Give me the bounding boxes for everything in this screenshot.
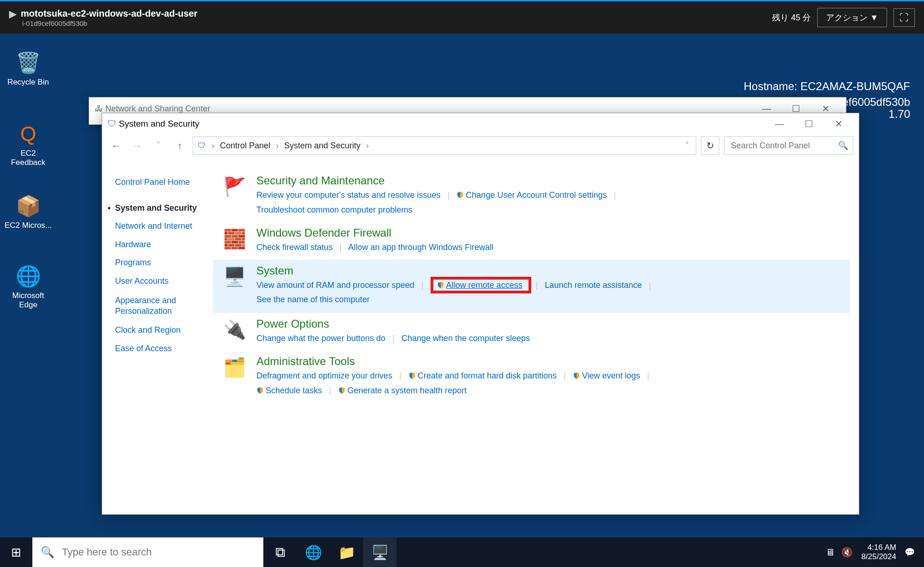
content-area: 🚩 Security and Maintenance Review your c…: [218, 160, 859, 514]
fullscreen-button[interactable]: ⛶: [894, 8, 915, 27]
sidebar-item-appearance[interactable]: Appearance and Personalization: [115, 291, 212, 322]
notifications-icon[interactable]: 💬: [905, 547, 915, 557]
play-icon: ▶: [9, 8, 16, 19]
uac-shield-icon: [456, 191, 464, 199]
category-power: 🔌 Power Options Change what the power bu…: [218, 313, 850, 351]
network-tray-icon[interactable]: 🖥: [826, 547, 835, 558]
link-troubleshoot[interactable]: Troubleshoot common computer problems: [256, 205, 412, 214]
sidebar-item-network[interactable]: Network and Internet: [115, 217, 212, 236]
sidebar-item-hardware[interactable]: Hardware: [115, 236, 212, 254]
computer-icon: 🖥️: [222, 264, 247, 289]
category-firewall: 🧱 Windows Defender Firewall Check firewa…: [218, 222, 850, 260]
firewall-icon: 🧱: [222, 226, 247, 251]
chevron-down-icon[interactable]: ˅: [683, 140, 691, 151]
shield-window-icon: 🛡: [108, 119, 116, 129]
volume-tray-icon[interactable]: 🔇: [841, 547, 853, 558]
category-title[interactable]: Security and Maintenance: [256, 174, 850, 187]
link-allow-app-firewall[interactable]: Allow an app through Windows Firewall: [348, 243, 493, 252]
breadcrumb-control-panel[interactable]: Control Panel: [220, 141, 270, 151]
sidebar-item-clock-region[interactable]: Clock and Region: [115, 321, 212, 340]
uac-shield-icon: [256, 387, 264, 394]
version-overlay: 1.70: [888, 106, 910, 122]
category-title[interactable]: Windows Defender Firewall: [256, 226, 850, 239]
category-admin-tools: 🗂️ Administrative Tools Defragment and o…: [218, 350, 850, 402]
link-allow-remote-access[interactable]: Allow remote access: [446, 280, 523, 290]
edge-taskbar-button[interactable]: 🌐: [297, 537, 330, 567]
chevron-right-icon: ›: [364, 141, 371, 151]
ec2-feedback-icon[interactable]: Q EC2 Feedback: [3, 121, 54, 167]
power-icon: 🔌: [222, 317, 247, 342]
sidebar-item-home[interactable]: Control Panel Home: [115, 173, 212, 192]
category-system: 🖥️ System View amount of RAM and process…: [213, 260, 850, 313]
ec2-micros-icon[interactable]: 📦 EC2 Micros...: [3, 193, 54, 230]
taskbar: ⊞ 🔍 Type here to search ⧉ 🌐 📁 🖥️ 🖥 🔇 4:1…: [0, 537, 924, 567]
link-power-buttons[interactable]: Change what the power buttons do: [256, 334, 385, 343]
microsoft-edge-icon[interactable]: 🌐 Microsoft Edge: [3, 263, 54, 310]
action-button[interactable]: アクション ▼: [817, 8, 887, 27]
window-title: System and Security: [119, 119, 199, 129]
category-title[interactable]: Power Options: [256, 317, 850, 330]
start-button[interactable]: ⊞: [0, 537, 32, 567]
link-computer-name[interactable]: See the name of this computer: [256, 295, 370, 304]
control-panel-icon: 🛡: [198, 141, 206, 151]
session-title: mototsuka-ec2-windows-ad-dev-ad-user: [21, 8, 197, 19]
link-view-ram[interactable]: View amount of RAM and processor speed: [256, 280, 414, 290]
instance-id: i-01d9cef6005df530b: [22, 19, 197, 27]
link-computer-sleeps[interactable]: Change when the computer sleeps: [401, 334, 530, 343]
uac-shield-icon: [408, 372, 416, 379]
link-uac-settings[interactable]: Change User Account Control settings: [466, 190, 607, 200]
category-title[interactable]: System: [256, 264, 850, 277]
category-security-maintenance: 🚩 Security and Maintenance Review your c…: [218, 170, 850, 222]
chevron-right-icon: ›: [210, 141, 216, 151]
sidebar-item-user-accounts[interactable]: User Accounts: [115, 272, 212, 291]
address-box[interactable]: 🛡 › Control Panel › System and Security …: [193, 136, 696, 155]
uac-shield-icon: [338, 387, 346, 394]
network-sharing-icon: 🖧: [95, 104, 103, 114]
uac-shield-icon: [437, 281, 444, 289]
up-button[interactable]: ↑: [171, 137, 188, 154]
maximize-button[interactable]: ☐: [794, 113, 824, 135]
link-review-status[interactable]: Review your computer's status and resolv…: [256, 190, 441, 200]
taskbar-search[interactable]: 🔍 Type here to search: [32, 537, 263, 567]
session-topbar: ▶ mototsuka-ec2-windows-ad-dev-ad-user i…: [0, 0, 924, 34]
taskbar-clock[interactable]: 4:16 AM 8/25/2024: [861, 543, 896, 562]
sidebar: Control Panel Home System and Security N…: [102, 160, 218, 514]
control-panel-taskbar-button[interactable]: 🖥️: [363, 537, 396, 567]
link-check-firewall[interactable]: Check firewall status: [256, 243, 333, 252]
sidebar-item-programs[interactable]: Programs: [115, 254, 212, 272]
link-launch-remote-assistance[interactable]: Launch remote assistance: [545, 280, 642, 290]
forward-button[interactable]: →: [129, 137, 146, 154]
link-format-partitions[interactable]: Create and format hard disk partitions: [418, 371, 557, 380]
search-placeholder: Type here to search: [62, 546, 152, 558]
sidebar-item-system-security[interactable]: System and Security: [115, 199, 212, 218]
system-security-window: 🛡 System and Security — ☐ ✕ ← → ˅ ↑ 🛡 › …: [102, 113, 859, 515]
link-system-health-report[interactable]: Generate a system health report: [347, 386, 467, 395]
network-sharing-title: Network and Sharing Center: [105, 104, 210, 114]
link-schedule-tasks[interactable]: Schedule tasks: [266, 386, 322, 395]
flag-icon: 🚩: [222, 174, 247, 199]
breadcrumb-system-security[interactable]: System and Security: [284, 141, 360, 151]
search-input[interactable]: [731, 141, 838, 151]
highlight-box: Allow remote access: [431, 277, 531, 293]
refresh-button[interactable]: ↻: [701, 136, 719, 155]
recycle-bin-icon[interactable]: 🗑️ Recycle Bin: [3, 50, 54, 87]
back-button[interactable]: ←: [108, 137, 124, 154]
link-event-logs[interactable]: View event logs: [582, 371, 640, 380]
minimize-button[interactable]: —: [765, 113, 794, 135]
file-explorer-button[interactable]: 📁: [330, 537, 363, 567]
uac-shield-icon: [573, 372, 580, 379]
search-box[interactable]: 🔍: [724, 136, 853, 155]
search-icon: 🔍: [41, 546, 55, 559]
remaining-time: 残り 45 分: [772, 12, 811, 23]
search-icon: 🔍: [838, 140, 848, 151]
chevron-right-icon: ›: [274, 141, 280, 151]
close-button[interactable]: ✕: [824, 113, 853, 135]
admin-tools-icon: 🗂️: [222, 355, 247, 380]
category-title[interactable]: Administrative Tools: [256, 355, 850, 368]
link-defragment[interactable]: Defragment and optimize your drives: [256, 371, 392, 380]
task-view-button[interactable]: ⧉: [263, 537, 297, 567]
recent-button[interactable]: ˅: [150, 137, 167, 154]
sidebar-item-ease-of-access[interactable]: Ease of Access: [115, 340, 212, 358]
